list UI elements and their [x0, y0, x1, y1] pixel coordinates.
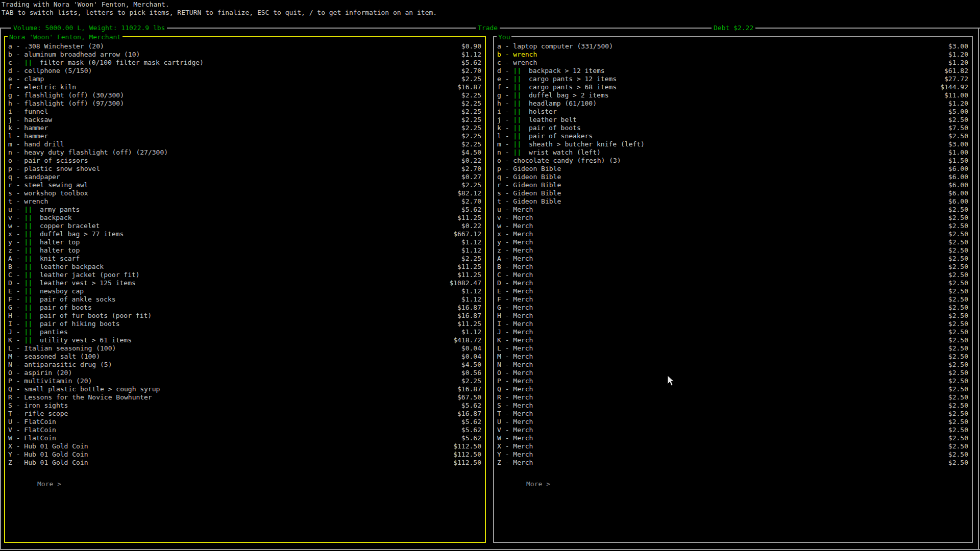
player-more-indicator[interactable]: More > [494, 480, 972, 488]
item-row[interactable]: d - cellphone (5/150)$2.70 [5, 67, 485, 75]
item-row[interactable]: T - rifle scope$16.87 [5, 410, 485, 418]
item-row[interactable]: J - ||panties$1.12 [5, 328, 485, 336]
item-row[interactable]: f - electric kiln$16.87 [5, 83, 485, 91]
item-row[interactable]: F - ||pair of ankle socks$1.12 [5, 295, 485, 304]
item-row[interactable]: W - FlatCoin$5.62 [5, 434, 485, 442]
item-row[interactable]: X - Merch$2.50 [494, 442, 972, 450]
item-row[interactable]: G - ||pair of boots$16.87 [5, 304, 485, 312]
item-row[interactable]: Y - Merch$2.50 [494, 450, 972, 459]
item-row[interactable]: m - hand drill$2.25 [5, 140, 485, 148]
item-row[interactable]: l - ||pair of sneakers$2.50 [494, 132, 972, 140]
item-row[interactable]: r - Gideon Bible$6.00 [494, 181, 972, 189]
item-row[interactable]: M - Merch$2.50 [494, 353, 972, 361]
item-row[interactable]: j - hacksaw$2.25 [5, 116, 485, 124]
item-row[interactable]: p - plastic snow shovel$2.70 [5, 165, 485, 173]
item-row[interactable]: g - flashlight (off) (30/300)$2.25 [5, 91, 485, 99]
item-row[interactable]: K - ||utility vest > 61 items$418.72 [5, 336, 485, 344]
item-row[interactable]: e - clamp$2.25 [5, 75, 485, 83]
item-row[interactable]: G - Merch$2.50 [494, 304, 972, 312]
item-row[interactable]: D - Merch$2.50 [494, 279, 972, 287]
item-row[interactable]: Z - Merch$2.50 [494, 459, 972, 467]
item-row[interactable]: J - Merch$2.50 [494, 328, 972, 336]
item-row[interactable]: U - Merch$2.50 [494, 418, 972, 426]
item-row[interactable]: l - hammer$2.25 [5, 132, 485, 140]
item-row[interactable]: E - ||newsboy cap$1.12 [5, 287, 485, 295]
item-row[interactable]: U - FlatCoin$5.62 [5, 418, 485, 426]
item-row[interactable]: x - ||duffel bag > 77 items$667.12 [5, 230, 485, 238]
item-row[interactable]: y - ||halter top$1.12 [5, 238, 485, 246]
item-row[interactable]: i - ||holster$5.00 [494, 108, 972, 116]
item-row[interactable]: Q - small plastic bottle > cough syrup$1… [5, 385, 485, 393]
item-row[interactable]: A - Merch$2.50 [494, 255, 972, 263]
item-row[interactable]: P - multivitamin (20)$2.25 [5, 377, 485, 385]
item-row[interactable]: S - Merch$2.50 [494, 402, 972, 410]
item-row[interactable]: O - Merch$2.50 [494, 369, 972, 377]
item-row[interactable]: g - ||duffel bag > 2 items$11.00 [494, 91, 972, 99]
item-row[interactable]: P - Merch$2.50 [494, 377, 972, 385]
item-row[interactable]: L - Italian seasoning (100)$0.04 [5, 344, 485, 353]
item-row[interactable]: B - ||leather backpack$11.25 [5, 263, 485, 271]
item-row[interactable]: V - FlatCoin$5.62 [5, 426, 485, 434]
item-row[interactable]: r - steel sewing awl$2.25 [5, 181, 485, 189]
item-row[interactable]: c - wrench$1.20 [494, 59, 972, 67]
item-row[interactable]: T - Merch$2.50 [494, 410, 972, 418]
item-row[interactable]: M - seasoned salt (100)$0.04 [5, 353, 485, 361]
item-row[interactable]: Q - Merch$2.50 [494, 385, 972, 393]
item-row[interactable]: i - funnel$2.25 [5, 108, 485, 116]
item-row[interactable]: V - Merch$2.50 [494, 426, 972, 434]
merchant-more-indicator[interactable]: More > [5, 480, 485, 488]
item-row[interactable]: z - ||halter top$1.12 [5, 246, 485, 255]
item-row[interactable]: R - Merch$2.50 [494, 393, 972, 402]
item-row[interactable]: w - ||copper bracelet$0.22 [5, 222, 485, 230]
item-row[interactable]: h - flashlight (off) (97/300)$2.25 [5, 99, 485, 108]
item-row[interactable]: w - Merch$2.50 [494, 222, 972, 230]
item-row[interactable]: N - antiparasitic drug (5)$4.50 [5, 361, 485, 369]
item-row[interactable]: j - ||leather belt$2.50 [494, 116, 972, 124]
item-row[interactable]: I - ||pair of hiking boots$11.25 [5, 320, 485, 328]
item-row[interactable]: b - aluminum broadhead arrow (10)$1.12 [5, 51, 485, 59]
item-row[interactable]: X - Hub 01 Gold Coin$112.50 [5, 442, 485, 450]
item-row[interactable]: z - Merch$2.50 [494, 246, 972, 255]
item-row[interactable]: k - ||pair of boots$7.50 [494, 124, 972, 132]
item-row[interactable]: o - pair of scissors$0.22 [5, 157, 485, 165]
item-row[interactable]: N - Merch$2.50 [494, 361, 972, 369]
item-row[interactable]: q - sandpaper$0.27 [5, 173, 485, 181]
item-row[interactable]: n - heavy duty flashlight (off) (27/300)… [5, 148, 485, 157]
item-row[interactable]: y - Merch$2.50 [494, 238, 972, 246]
item-row[interactable]: W - Merch$2.50 [494, 434, 972, 442]
item-row[interactable]: d - ||backpack > 12 items$61.82 [494, 67, 972, 75]
item-row[interactable]: H - Merch$2.50 [494, 312, 972, 320]
item-row[interactable]: x - Merch$2.50 [494, 230, 972, 238]
item-row[interactable]: n - ||wrist watch (left)$1.00 [494, 148, 972, 157]
item-row[interactable]: q - Gideon Bible$6.00 [494, 173, 972, 181]
item-row[interactable]: v - Merch$2.50 [494, 214, 972, 222]
item-row[interactable]: p - Gideon Bible$6.00 [494, 165, 972, 173]
item-row[interactable]: t - Gideon Bible$6.00 [494, 197, 972, 206]
item-row[interactable]: e - ||cargo pants > 12 items$27.72 [494, 75, 972, 83]
item-row[interactable]: f - ||cargo pants > 68 items$144.92 [494, 83, 972, 91]
item-row[interactable]: H - ||pair of fur boots (poor fit)$16.87 [5, 312, 485, 320]
item-row[interactable]: k - hammer$2.25 [5, 124, 485, 132]
item-row[interactable]: K - Merch$2.50 [494, 336, 972, 344]
item-row[interactable]: u - Merch$2.50 [494, 206, 972, 214]
item-row[interactable]: C - ||leather jacket (poor fit)$11.25 [5, 271, 485, 279]
item-row[interactable]: t - wrench$2.70 [5, 197, 485, 206]
item-row[interactable]: a - .308 Winchester (20)$0.90 [5, 42, 485, 51]
item-row[interactable]: O - aspirin (20)$0.56 [5, 369, 485, 377]
item-row[interactable]: D - ||leather vest > 125 items$1082.47 [5, 279, 485, 287]
item-row[interactable]: s - workshop toolbox$82.12 [5, 189, 485, 197]
item-row[interactable]: m - ||sheath > butcher knife (left)$3.00 [494, 140, 972, 148]
item-row[interactable]: Y - Hub 01 Gold Coin$112.50 [5, 450, 485, 459]
item-row[interactable]: C - Merch$2.50 [494, 271, 972, 279]
item-row[interactable]: A - ||knit scarf$2.25 [5, 255, 485, 263]
item-row[interactable]: v - ||backpack$11.25 [5, 214, 485, 222]
item-row[interactable]: s - Gideon Bible$6.00 [494, 189, 972, 197]
item-row[interactable]: F - Merch$2.50 [494, 295, 972, 304]
item-row[interactable]: I - Merch$2.50 [494, 320, 972, 328]
item-row[interactable]: Z - Hub 01 Gold Coin$112.50 [5, 459, 485, 467]
item-row[interactable]: B - Merch$2.50 [494, 263, 972, 271]
item-row[interactable]: E - Merch$2.50 [494, 287, 972, 295]
item-row[interactable]: S - iron sights$5.62 [5, 402, 485, 410]
item-row[interactable]: o - chocolate candy (fresh) (3)$1.50 [494, 157, 972, 165]
item-row[interactable]: b - wrench$1.20 [494, 51, 972, 59]
